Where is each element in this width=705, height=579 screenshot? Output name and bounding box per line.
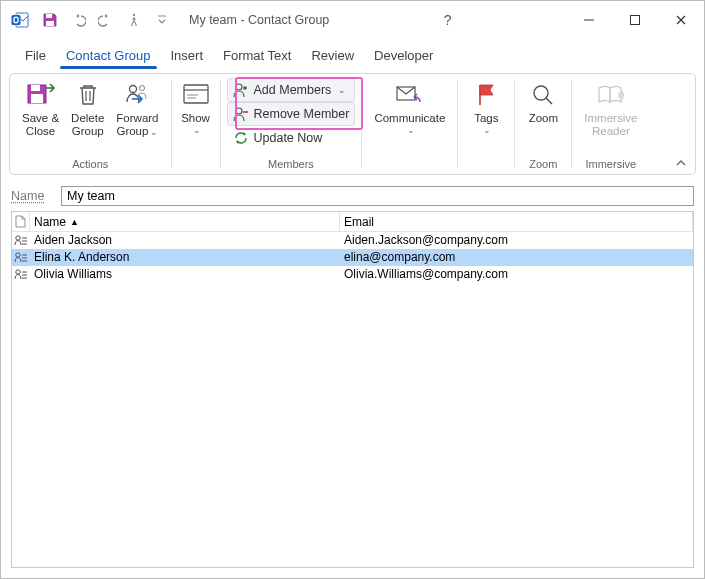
svg-point-13 <box>130 86 137 93</box>
add-members-label: Add Members <box>254 83 332 97</box>
name-field-row: Name <box>11 185 694 207</box>
table-row[interactable]: Aiden JacksonAiden.Jackson@company.com <box>12 232 693 249</box>
touch-mode-button[interactable] <box>121 7 147 33</box>
update-now-label: Update Now <box>254 131 323 145</box>
ribbon: Save & Close Delete Group Forward Group⌄… <box>9 73 696 175</box>
table-row[interactable]: Olivia WilliamsOlivia.Williams@company.c… <box>12 266 693 283</box>
tab-contact-group[interactable]: Contact Group <box>58 43 159 69</box>
svg-point-28 <box>16 253 20 257</box>
cell-email: Olivia.Williams@company.com <box>340 267 693 281</box>
svg-rect-9 <box>31 85 40 91</box>
undo-button[interactable] <box>65 7 91 33</box>
ribbon-group-communicate: Communicate ⌄ <box>362 74 457 174</box>
help-button[interactable]: ? <box>433 5 463 35</box>
table-row[interactable]: Elina K. Andersonelina@company.com <box>12 249 693 266</box>
immersive-reader-button: Immersive Reader <box>578 78 643 138</box>
delete-group-button[interactable]: Delete Group <box>65 78 110 138</box>
add-members-button[interactable]: Add Members ⌄ <box>227 78 356 102</box>
window-title: My team - Contact Group <box>189 13 329 27</box>
grid-header: Name ▲ Email <box>12 212 693 232</box>
chevron-down-icon: ⌄ <box>483 125 491 135</box>
card-icon <box>182 83 210 107</box>
forward-label-1: Forward <box>116 112 158 125</box>
ribbon-group-zoom: Zoom Zoom <box>515 74 571 174</box>
minimize-button[interactable] <box>566 5 612 35</box>
header-name-label: Name <box>34 215 66 229</box>
communicate-label: Communicate <box>374 112 445 125</box>
svg-point-22 <box>534 86 548 100</box>
header-email[interactable]: Email <box>340 212 693 231</box>
window: My team - Contact Group ? File Contact G… <box>0 0 705 579</box>
contact-icon <box>12 234 30 246</box>
cell-email: elina@company.com <box>340 250 693 264</box>
sort-asc-icon: ▲ <box>70 217 79 227</box>
svg-rect-10 <box>31 94 43 103</box>
communicate-button[interactable]: Communicate ⌄ <box>368 78 451 136</box>
svg-line-23 <box>546 98 552 104</box>
refresh-icon <box>233 130 249 146</box>
svg-point-14 <box>140 86 145 91</box>
chevron-down-icon: ⌄ <box>193 125 201 135</box>
ribbon-group-immersive: Immersive Reader Immersive <box>572 74 649 174</box>
page-icon <box>15 215 26 228</box>
maximize-button[interactable] <box>612 5 658 35</box>
ribbon-group-tags: Tags ⌄ <box>458 74 514 174</box>
chevron-down-icon: ⌄ <box>338 85 346 95</box>
name-input[interactable] <box>61 186 694 206</box>
immersive-label-2: Reader <box>592 125 630 138</box>
contact-icon <box>12 268 30 280</box>
group-label-immersive: Immersive <box>585 158 636 172</box>
tab-insert[interactable]: Insert <box>163 43 212 69</box>
redo-button[interactable] <box>93 7 119 33</box>
chevron-down-icon: ⌄ <box>150 127 158 137</box>
delete-label-2: Group <box>72 125 104 138</box>
grid-body[interactable]: Aiden JacksonAiden.Jackson@company.comEl… <box>12 232 693 567</box>
name-field-label: Name <box>11 189 61 203</box>
tab-review[interactable]: Review <box>303 43 362 69</box>
remove-member-button[interactable]: Remove Member <box>227 102 356 126</box>
magnifier-icon <box>531 83 555 107</box>
forward-group-button[interactable]: Forward Group⌄ <box>110 78 164 138</box>
save-and-close-button[interactable]: Save & Close <box>16 78 65 138</box>
save-close-label-2: Close <box>26 125 55 138</box>
trash-icon <box>77 82 99 108</box>
update-now-button[interactable]: Update Now <box>227 126 356 150</box>
header-icon-col[interactable] <box>12 212 30 231</box>
header-name[interactable]: Name ▲ <box>30 212 340 231</box>
forward-icon <box>124 82 150 108</box>
show-button[interactable]: Show ⌄ <box>174 78 218 136</box>
chevron-down-icon: ⌄ <box>407 125 415 135</box>
quick-access-toolbar <box>37 7 175 33</box>
svg-rect-3 <box>46 14 52 18</box>
close-button[interactable] <box>658 5 704 35</box>
cell-name: Olivia Williams <box>30 267 340 281</box>
contact-icon <box>12 251 30 263</box>
ribbon-tabs: File Contact Group Insert Format Text Re… <box>1 39 704 69</box>
ribbon-collapse-button[interactable] <box>675 158 687 168</box>
book-speaker-icon <box>596 83 626 107</box>
svg-rect-15 <box>184 85 208 103</box>
tags-button[interactable]: Tags ⌄ <box>464 78 508 136</box>
qat-customize-button[interactable] <box>149 7 175 33</box>
ribbon-group-show: Show ⌄ <box>172 74 220 174</box>
immersive-label-1: Immersive <box>584 112 637 125</box>
svg-point-19 <box>236 84 242 90</box>
group-label-members: Members <box>268 158 314 172</box>
members-grid: Name ▲ Email Aiden JacksonAiden.Jackson@… <box>11 211 694 568</box>
svg-point-20 <box>236 108 242 114</box>
tab-file[interactable]: File <box>17 43 54 69</box>
person-minus-icon <box>233 106 249 122</box>
svg-rect-4 <box>46 21 54 26</box>
save-button[interactable] <box>37 7 63 33</box>
cell-name: Elina K. Anderson <box>30 250 340 264</box>
tab-developer[interactable]: Developer <box>366 43 441 69</box>
forward-label-2: Group <box>116 125 148 137</box>
cell-name: Aiden Jackson <box>30 233 340 247</box>
zoom-button[interactable]: Zoom <box>521 78 565 125</box>
tab-format-text[interactable]: Format Text <box>215 43 299 69</box>
svg-rect-1 <box>12 15 21 25</box>
outlook-icon <box>11 11 29 29</box>
title-bar: My team - Contact Group ? <box>1 1 704 39</box>
cell-email: Aiden.Jackson@company.com <box>340 233 693 247</box>
header-email-label: Email <box>344 215 374 229</box>
